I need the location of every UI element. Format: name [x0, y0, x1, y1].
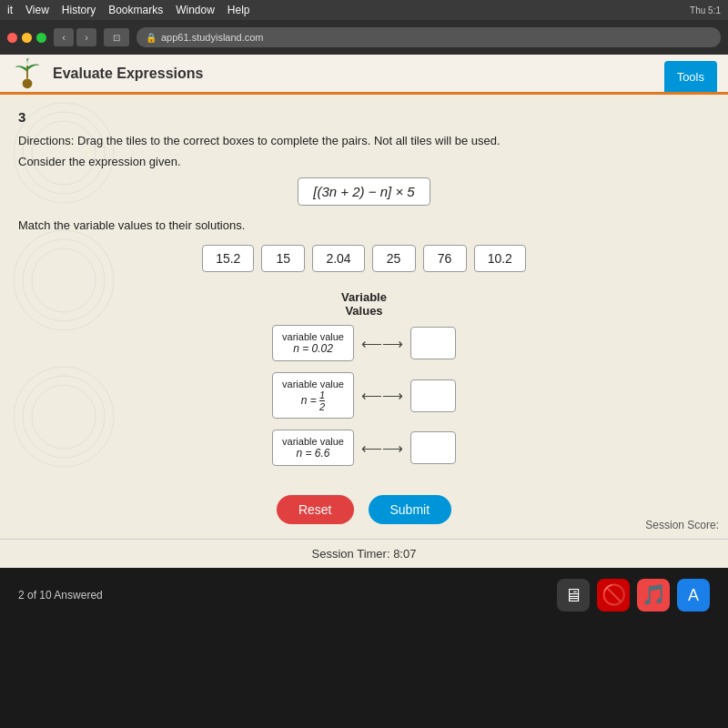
browser-chrome: ‹ › ⊡ 🔒 app61.studyisland.com: [0, 20, 728, 55]
var-label-2: variable value: [282, 436, 344, 447]
traffic-lights: [7, 33, 46, 43]
expression-box: [(3n + 2) − n] × 5: [298, 177, 430, 206]
tile-0[interactable]: 15.2: [202, 245, 254, 272]
menu-view[interactable]: View: [25, 4, 49, 16]
session-timer: Session Timer: 8:07: [312, 547, 417, 561]
match-table: VariableValues variable value n = 0.02 ⟵…: [18, 290, 710, 477]
main-content: 3 Directions: Drag the tiles to the corr…: [0, 95, 728, 539]
var-box-2: variable value n = 6.6: [272, 430, 354, 466]
session-score: Session Score:: [645, 519, 719, 531]
app-header: Evaluate Expressions Tools: [0, 55, 728, 95]
solution-box-2[interactable]: [410, 431, 456, 464]
address-bar[interactable]: 🔒 app61.studyisland.com: [136, 27, 721, 47]
menu-window[interactable]: Window: [176, 4, 215, 16]
var-label-0: variable value: [282, 331, 344, 342]
answered-text: 2 of 10 Answered: [18, 589, 103, 602]
submit-button[interactable]: Submit: [369, 495, 452, 524]
tile-2[interactable]: 2.04: [312, 245, 364, 272]
dock-icons: 🖥 🚫 🎵 A: [557, 579, 710, 612]
appstore-icon[interactable]: A: [677, 579, 710, 612]
arrow-2: ⟵⟶: [361, 440, 403, 457]
forward-button[interactable]: ›: [76, 28, 96, 46]
wifi-time: Thu 5:1: [690, 5, 721, 15]
match-text: Match the variable values to their solut…: [18, 218, 710, 232]
menu-bookmarks[interactable]: Bookmarks: [108, 4, 163, 16]
button-row: Reset Submit: [18, 495, 710, 524]
back-button[interactable]: ‹: [54, 28, 74, 46]
nav-buttons: ‹ ›: [54, 28, 96, 46]
svg-point-0: [23, 78, 33, 88]
pair-row-1: variable value n = 12 ⟵⟶: [272, 372, 456, 419]
question-number: 3: [18, 109, 710, 125]
tiles-row: 15.2 15 2.04 25 76 10.2: [18, 245, 710, 272]
close-button[interactable]: [7, 33, 17, 43]
tile-4[interactable]: 76: [423, 245, 467, 272]
svg-point-4: [32, 121, 96, 185]
solution-box-1[interactable]: [410, 379, 456, 412]
session-timer-bar: Session Timer: 8:07: [0, 539, 728, 568]
solution-box-0[interactable]: [410, 327, 456, 359]
variable-column: VariableValues variable value n = 0.02 ⟵…: [272, 290, 456, 477]
minimize-button[interactable]: [22, 33, 32, 43]
url-text: app61.studyisland.com: [161, 32, 264, 43]
tile-3[interactable]: 25: [372, 245, 416, 272]
fraction-display: 12: [319, 389, 325, 412]
no-sign-icon[interactable]: 🚫: [597, 579, 630, 612]
menubar: it View History Bookmarks Window Help Th…: [0, 0, 728, 20]
variable-header: VariableValues: [272, 290, 456, 318]
menu-it[interactable]: it: [7, 4, 13, 16]
var-val-1: n = 12: [282, 389, 344, 412]
tile-1[interactable]: 15: [261, 245, 305, 272]
consider-text: Consider the expression given.: [18, 155, 710, 168]
tab-button[interactable]: ⊡: [104, 28, 129, 46]
arrow-1: ⟵⟶: [361, 387, 403, 404]
var-box-0: variable value n = 0.02: [272, 325, 354, 361]
app-title: Evaluate Expressions: [53, 66, 203, 82]
pair-row-0: variable value n = 0.02 ⟵⟶: [272, 325, 456, 361]
music-icon[interactable]: 🎵: [637, 579, 670, 612]
app-logo: [11, 57, 44, 90]
pair-row-2: variable value n = 6.6 ⟵⟶: [272, 430, 456, 466]
dock-area: 2 of 10 Answered 🖥 🚫 🎵 A: [0, 568, 728, 622]
menu-help[interactable]: Help: [228, 4, 250, 16]
monitor-icon[interactable]: 🖥: [557, 579, 590, 612]
tile-5[interactable]: 10.2: [474, 245, 526, 272]
var-val-2: n = 6.6: [282, 447, 344, 460]
tools-button[interactable]: Tools: [664, 61, 717, 92]
arrow-0: ⟵⟶: [361, 335, 403, 352]
var-box-1: variable value n = 12: [272, 372, 354, 419]
directions-text: Directions: Drag the tiles to the correc…: [18, 134, 710, 147]
menu-history[interactable]: History: [62, 4, 96, 16]
maximize-button[interactable]: [36, 33, 46, 43]
expression-container: [(3n + 2) − n] × 5: [18, 177, 710, 206]
var-val-0: n = 0.02: [282, 342, 344, 355]
var-label-1: variable value: [282, 379, 344, 389]
reset-button[interactable]: Reset: [277, 495, 354, 524]
